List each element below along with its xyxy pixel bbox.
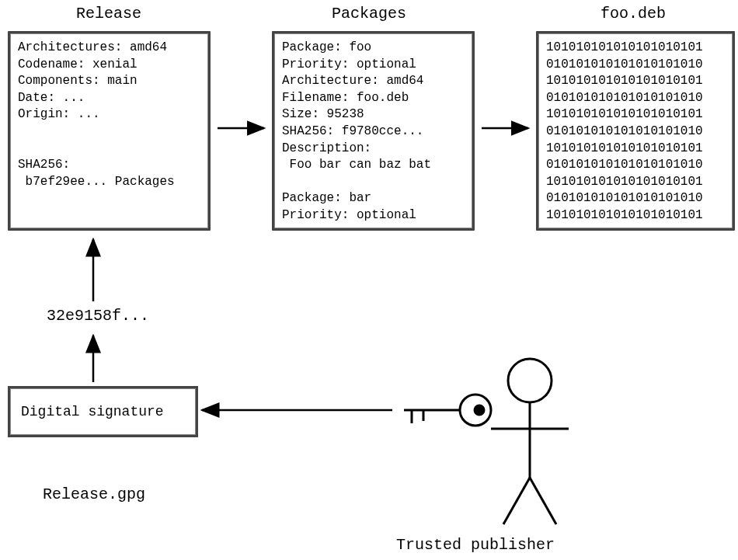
hash-label: 32e9158f... [47,307,149,325]
title-foodeb: foo.deb [587,5,680,23]
key-icon [404,395,491,426]
digital-signature-box: Digital signature [8,386,198,437]
foodeb-binary-box: 101010101010101010101 010101010101010101… [536,31,735,231]
svg-point-1 [475,405,484,415]
svg-line-8 [503,478,530,524]
person-icon [491,359,569,524]
release-gpg-label: Release.gpg [43,485,145,503]
title-packages: Packages [322,5,416,23]
title-release: Release [62,5,155,23]
packages-file-box: Package: foo Priority: optional Architec… [272,31,475,231]
svg-point-0 [460,395,491,426]
svg-line-9 [530,478,556,524]
trusted-publisher-label: Trusted publisher [396,536,555,554]
svg-point-5 [508,359,552,402]
release-file-box: Architectures: amd64 Codename: xenial Co… [8,31,211,231]
